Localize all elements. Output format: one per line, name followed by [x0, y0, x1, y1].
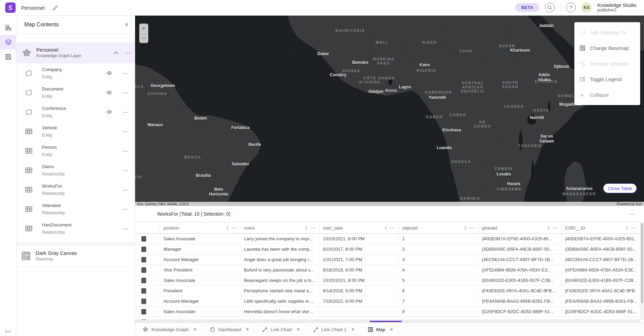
save-button[interactable]: [0, 50, 16, 64]
help-button[interactable]: ?: [566, 3, 576, 12]
layer-item-document[interactable]: DocumentEntity⋯: [16, 83, 135, 102]
close-tab-icon[interactable]: ✕: [351, 327, 355, 332]
layer-item-hasdocument[interactable]: HasDocumentRelationship⋯: [16, 219, 135, 238]
column-header-start_date[interactable]: start_date⋯: [319, 222, 399, 233]
cell-start_date: 10/10/2021, 8:00 PM: [319, 234, 399, 244]
column-header-objectid[interactable]: objectid⋯: [399, 222, 478, 233]
table-row[interactable]: Marketing10/12/2021, 7:00 PM9{…{…: [135, 317, 644, 320]
cell-start_date: 6/14/2016, 8:00 PM: [319, 286, 399, 296]
horizontal-scrollbar-thumb[interactable]: [370, 321, 402, 322]
layer-group-options-button[interactable]: ⋯: [125, 50, 131, 56]
visibility-eye-icon[interactable]: [106, 110, 120, 114]
user-info[interactable]: Knowledge Studio publisher2: [597, 2, 636, 13]
table-row[interactable]: Sales AssociateBeauregard sleeps on the …: [135, 275, 644, 286]
column-options-button[interactable]: ⋯: [552, 225, 558, 231]
column-options-button[interactable]: ⋯: [231, 225, 237, 231]
save-icon: [5, 53, 12, 60]
layers-button[interactable]: [0, 35, 16, 50]
row-checkbox[interactable]: [141, 247, 146, 252]
layer-options-button[interactable]: ⋯: [120, 225, 131, 232]
cell-notes: [240, 317, 319, 320]
close-tab-icon[interactable]: ✕: [390, 327, 393, 332]
table-horizontal-scrollbar[interactable]: [135, 320, 640, 322]
visibility-eye-icon[interactable]: [106, 91, 120, 95]
close-panel-button[interactable]: ✕: [124, 22, 129, 27]
sort-icon[interactable]: [547, 226, 550, 230]
row-checkbox[interactable]: [141, 278, 146, 283]
row-checkbox[interactable]: [141, 267, 146, 273]
column-options-button[interactable]: ⋯: [389, 225, 395, 231]
row-checkbox[interactable]: [141, 257, 146, 262]
vertical-scrollbar-thumb[interactable]: [641, 223, 643, 303]
column-header-esri__id[interactable]: ESRI__ID⋯: [562, 222, 640, 233]
table-row[interactable]: Sales AssociateHenrietta doesn't know wh…: [135, 307, 644, 317]
table-options-button[interactable]: ⋯: [629, 211, 635, 217]
layer-group-personnel[interactable]: Personnel Knowledge Graph Layer ⋯: [16, 42, 135, 63]
sort-icon[interactable]: [226, 226, 229, 230]
table-row[interactable]: Account ManagerLilith specifically sells…: [135, 296, 644, 307]
table-row[interactable]: Account ManagerAngie does a great job br…: [135, 255, 644, 265]
menu-item-change-basemap[interactable]: Change Basemap: [574, 40, 640, 56]
layer-options-button[interactable]: ⋯: [120, 167, 131, 174]
row-checkbox[interactable]: [141, 299, 146, 304]
layer-options-button[interactable]: ⋯: [120, 148, 131, 154]
tab-knowledge-graph[interactable]: Knowledge Graph✕: [143, 327, 197, 332]
app-logo[interactable]: [5, 2, 16, 13]
table-row[interactable]: ManagerLauretta has been with the comp..…: [135, 244, 644, 255]
layer-item-vehicle[interactable]: VehicleEntity⋯: [16, 122, 135, 141]
layer-item-conference[interactable]: ConferenceEntity⋯: [16, 102, 135, 122]
layer-item-owns[interactable]: OwnsRelationship⋯: [16, 161, 135, 180]
table-vertical-scrollbar[interactable]: [640, 222, 644, 320]
map-canvas[interactable]: MAURITANIAMALINIGERCHADSUDANBURKINA FASO…: [135, 16, 644, 206]
hierarchy-button[interactable]: [0, 20, 16, 35]
tab-link-chart[interactable]: Link Chart✕: [262, 327, 300, 332]
column-label: position: [164, 225, 224, 231]
row-checkbox[interactable]: [141, 236, 146, 242]
sort-icon[interactable]: [626, 226, 629, 230]
basemap-row[interactable]: Dark Gray Canvas Basemap: [16, 245, 135, 267]
menu-item-toggle-legend[interactable]: Toggle Legend: [574, 71, 640, 87]
table-row[interactable]: Sales AssociateLarry joined the company …: [135, 234, 644, 244]
layer-options-button[interactable]: ⋯: [120, 109, 131, 115]
tab-map[interactable]: Map✕: [368, 327, 393, 332]
column-options-button[interactable]: ⋯: [469, 225, 475, 231]
column-header-globalid[interactable]: globalid⋯: [478, 222, 562, 233]
close-tab-icon[interactable]: ✕: [246, 327, 249, 332]
column-header-notes[interactable]: notes⋯: [240, 222, 319, 233]
column-header-position[interactable]: position⋯: [160, 222, 240, 233]
tab-link-chart-1[interactable]: Link Chart 1✕: [313, 327, 355, 332]
table-row[interactable]: Vice PresidentBuford is very passionate …: [135, 265, 644, 275]
tab-dashboard[interactable]: Dashboard✕: [210, 327, 249, 332]
cell-objectid: 5: [399, 275, 478, 285]
column-options-button[interactable]: ⋯: [310, 225, 316, 231]
layer-options-button[interactable]: ⋯: [120, 70, 131, 77]
close-tab-icon[interactable]: ✕: [193, 327, 197, 332]
zoom-in-button[interactable]: +: [139, 24, 148, 33]
column-options-button[interactable]: ⋯: [631, 225, 636, 231]
row-checkbox[interactable]: [141, 309, 146, 315]
layer-options-button[interactable]: ⋯: [120, 89, 131, 96]
layer-options-button[interactable]: ⋯: [120, 187, 131, 193]
zoom-out-button[interactable]: −: [139, 33, 148, 43]
sort-icon[interactable]: [305, 226, 308, 230]
collapse-group-button[interactable]: [114, 51, 118, 54]
close-tab-icon[interactable]: ✕: [297, 327, 300, 332]
sort-icon[interactable]: [384, 226, 387, 230]
table-row[interactable]: PresidentPersephone started new metal o.…: [135, 286, 644, 296]
layer-item-person[interactable]: PersonEntity⋯: [16, 141, 135, 161]
edit-title-button[interactable]: [52, 5, 58, 11]
expand-rail-button[interactable]: »»: [0, 326, 16, 335]
layer-item-worksfor[interactable]: WorksForRelationship⋯: [16, 180, 135, 199]
close-table-button[interactable]: Close Table: [603, 183, 637, 193]
user-avatar[interactable]: KS: [581, 2, 592, 13]
sort-icon[interactable]: [464, 226, 467, 230]
layer-item-company[interactable]: CompanyEntity⋯: [16, 63, 135, 83]
menu-item-collapse[interactable]: »Collapse: [574, 87, 640, 103]
row-checkbox[interactable]: [141, 288, 146, 294]
visibility-eye-icon[interactable]: [106, 71, 120, 75]
layer-options-button[interactable]: ⋯: [120, 128, 131, 135]
search-button[interactable]: [545, 3, 555, 12]
layer-options-button[interactable]: ⋯: [120, 206, 131, 213]
column-label: objectid: [402, 225, 462, 231]
layer-item-attended[interactable]: AttendedRelationship⋯: [16, 199, 135, 219]
